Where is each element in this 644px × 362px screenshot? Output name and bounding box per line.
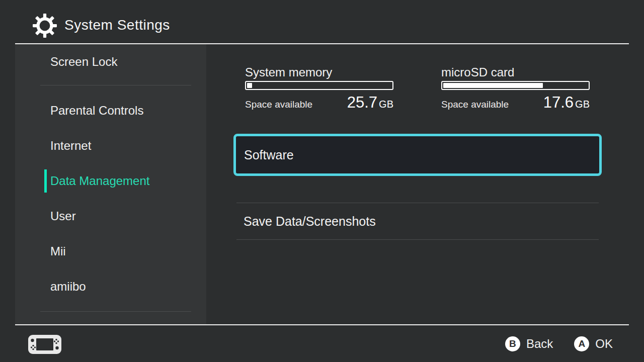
ok-hint[interactable]: A OK (574, 336, 613, 351)
system-memory-value: 25.7 (347, 94, 377, 111)
sidebar-divider (40, 311, 191, 312)
footer-hints: B Back A OK (505, 325, 613, 362)
sidebar-item-amiibo[interactable]: amiibo (50, 278, 196, 295)
microsd-value: 17.6 (543, 94, 574, 111)
microsd-space-row: Space available 17.6GB (441, 94, 590, 112)
row-divider (236, 239, 599, 240)
system-memory-meter-fill (247, 83, 252, 88)
b-button-icon: B (505, 336, 520, 351)
system-memory-space-row: Space available 25.7GB (245, 94, 393, 112)
system-settings-screen: System Settings Screen Lock Parental Con… (0, 0, 644, 362)
space-available-label: Space available (441, 99, 509, 110)
sidebar: Screen Lock Parental Controls Internet D… (15, 44, 206, 324)
sidebar-divider (40, 85, 191, 85)
header: System Settings (0, 0, 644, 43)
microsd-unit: GB (575, 99, 590, 110)
sidebar-item-mii[interactable]: Mii (50, 243, 196, 260)
handheld-console-icon (28, 333, 62, 355)
system-memory-unit: GB (379, 99, 393, 110)
sidebar-item-parental-controls[interactable]: Parental Controls (50, 102, 196, 119)
microsd-meter-fill (443, 83, 543, 88)
sidebar-item-data-management[interactable]: Data Management (50, 172, 196, 190)
microsd-meter (441, 81, 590, 90)
a-button-icon: A (574, 336, 589, 351)
footer: B Back A OK (0, 325, 644, 362)
software-button-label: Software (244, 148, 294, 162)
back-label: Back (526, 337, 553, 351)
save-data-screenshots-label: Save Data/Screenshots (244, 214, 376, 229)
sidebar-item-screen-lock[interactable]: Screen Lock (50, 53, 196, 70)
back-hint[interactable]: B Back (505, 336, 553, 351)
system-memory-meter (245, 81, 393, 90)
sidebar-item-internet[interactable]: Internet (50, 137, 196, 154)
selected-item-indicator (44, 169, 47, 193)
save-data-screenshots-button[interactable]: Save Data/Screenshots (236, 203, 599, 239)
sidebar-item-user[interactable]: User (50, 208, 196, 225)
software-button[interactable]: Software (233, 134, 602, 176)
gear-icon (32, 13, 57, 38)
system-memory-title: System memory (245, 65, 332, 79)
page-title: System Settings (64, 17, 170, 33)
space-available-label: Space available (245, 99, 312, 110)
ok-label: OK (595, 337, 613, 351)
microsd-title: microSD card (441, 65, 514, 79)
